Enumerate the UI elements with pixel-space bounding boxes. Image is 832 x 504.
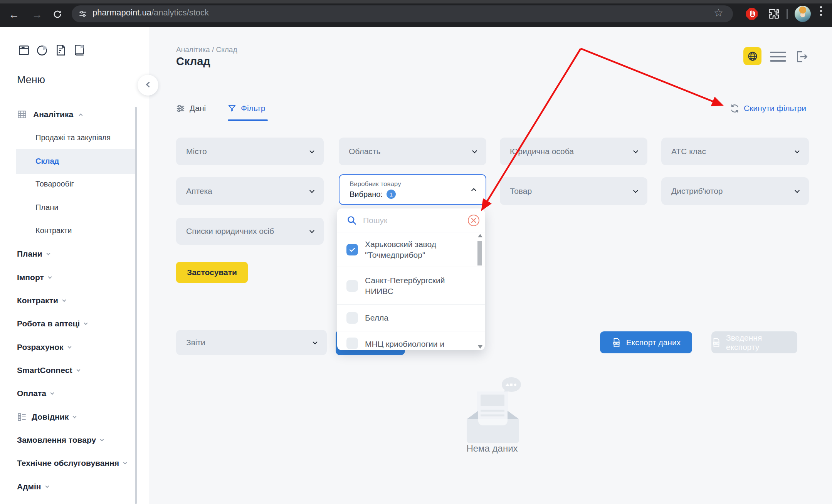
reset-label: Скинути фільтри <box>744 104 806 113</box>
xlsx-file-icon: XLSX <box>612 338 622 348</box>
region-select[interactable]: Область <box>339 138 486 165</box>
dropdown-option[interactable]: Белла <box>337 305 485 331</box>
sidebar-item-payment[interactable]: Оплата <box>17 388 54 399</box>
sidebar-item-turnover[interactable]: Товарообіг <box>35 178 74 190</box>
dropdown-search-row <box>337 208 485 232</box>
archive-box-icon[interactable] <box>17 44 30 57</box>
apply-button[interactable]: Застосувати <box>176 262 248 283</box>
search-icon <box>346 215 357 225</box>
export-data-button[interactable]: XLSX Експорт даних <box>600 331 692 353</box>
profile-avatar[interactable] <box>795 6 811 22</box>
forward-icon[interactable]: → <box>32 9 42 20</box>
chevron-down-icon <box>48 275 52 279</box>
clear-search-icon[interactable] <box>468 215 479 226</box>
empty-state-label: Нема даних <box>444 443 540 454</box>
dropdown-option[interactable]: Харьковский завод "Точмедприбор" <box>337 232 485 267</box>
sidebar-item-smartconnect[interactable]: SmartConnect <box>17 365 80 376</box>
reload-icon[interactable] <box>52 9 62 19</box>
checkbox-checked-icon[interactable] <box>346 244 358 255</box>
browser-menu-icon[interactable] <box>820 6 822 16</box>
pharmacy-select[interactable]: Аптека <box>176 177 324 205</box>
arrow-to-reset-filters <box>581 49 721 105</box>
selected-label: Вибрано: <box>350 190 383 199</box>
sidebar: Меню Аналітика Продажі та закупівля Скла… <box>0 27 149 504</box>
chevron-down-icon <box>73 414 77 418</box>
sidebar-item-contracts-sub[interactable]: Контракти <box>35 225 72 236</box>
bookmark-star-icon[interactable]: ☆ <box>714 8 723 18</box>
select-label: Місто <box>186 147 207 156</box>
chevron-down-icon <box>50 391 54 395</box>
chevron-up-icon <box>79 113 83 117</box>
sidebar-item-plans[interactable]: Плани <box>17 248 50 260</box>
reset-filters-button[interactable]: Скинути фільтри <box>729 102 806 114</box>
export-label: Експорт даних <box>626 338 681 347</box>
logout-icon[interactable] <box>794 49 808 64</box>
reports-select[interactable]: Звіти <box>176 330 327 355</box>
language-button[interactable] <box>743 47 761 65</box>
sidebar-item-stock[interactable]: Склад <box>35 155 59 167</box>
sidebar-item-label: Плани <box>17 249 42 259</box>
checkbox-unchecked-icon[interactable] <box>346 280 358 292</box>
url-text[interactable]: pharmapoint.ua/analytics/stock <box>92 8 209 18</box>
toolbar-divider <box>787 9 788 19</box>
sidebar-item-contracts[interactable]: Контракти <box>17 295 66 306</box>
producer-select-expanded[interactable]: Виробник товару Вибрано:1 <box>339 174 486 205</box>
sidebar-item-analytics[interactable]: Аналітика <box>17 109 82 120</box>
site-info-icon[interactable] <box>78 9 88 19</box>
hamburger-menu-icon[interactable] <box>770 52 786 62</box>
sliders-icon <box>176 104 185 113</box>
scroll-up-icon[interactable] <box>478 234 482 237</box>
distributor-select[interactable]: Дистриб'ютор <box>661 177 809 205</box>
chevron-down-icon <box>100 437 104 441</box>
sidebar-item-goods-order[interactable]: Замовлення товару <box>17 434 103 446</box>
scroll-down-icon[interactable] <box>478 345 482 349</box>
legal-lists-select[interactable]: Списки юридичних осіб <box>176 218 324 245</box>
sidebar-scrollbar[interactable] <box>135 107 137 504</box>
document-icon[interactable] <box>54 44 67 57</box>
atc-class-select[interactable]: АТС клас <box>661 138 809 165</box>
product-select[interactable]: Товар <box>500 177 647 205</box>
sidebar-item-admin[interactable]: Адмін <box>17 481 49 492</box>
tab-data[interactable]: Дані <box>176 102 206 114</box>
sidebar-collapse-button[interactable] <box>138 75 158 96</box>
legal-entity-select[interactable]: Юридична особа <box>500 138 647 165</box>
page-title: Склад <box>176 55 210 68</box>
export-summary-button[interactable]: XLSX Зведення експорту <box>711 331 797 353</box>
sidebar-item-label: Адмін <box>17 482 41 491</box>
sidebar-item-label: Замовлення товару <box>17 435 96 445</box>
funnel-icon <box>228 104 236 113</box>
dropdown-scrollbar[interactable] <box>477 234 483 349</box>
dropdown-option[interactable]: МНЦ криобиологии и <box>337 331 485 350</box>
sidebar-item-pharmacy-work[interactable]: Робота в аптеці <box>17 318 87 329</box>
book-icon[interactable] <box>73 44 86 57</box>
chevron-down-icon <box>46 251 50 255</box>
scrollbar-thumb[interactable] <box>477 241 482 265</box>
extensions-puzzle-icon[interactable] <box>768 8 779 20</box>
back-icon[interactable]: ← <box>8 9 19 20</box>
sidebar-item-sales[interactable]: Продажі та закупівля <box>35 132 111 143</box>
sidebar-item-maintenance[interactable]: Технічне обслуговування <box>17 457 126 469</box>
chevron-down-icon <box>62 298 66 302</box>
svg-text:XLSX: XLSX <box>613 342 619 344</box>
chevron-down-icon <box>84 321 88 325</box>
adblock-extension-icon[interactable] <box>745 7 758 20</box>
dropdown-option[interactable]: Санкт-Петербургский НИИВС <box>337 267 485 305</box>
xlsx-file-icon: XLSX <box>711 338 721 348</box>
globe-icon <box>747 51 758 62</box>
list-icon <box>17 412 27 422</box>
checkbox-unchecked-icon[interactable] <box>346 312 358 324</box>
select-label: Списки юридичних осіб <box>186 227 274 236</box>
tab-label: Фільтр <box>241 104 265 113</box>
sidebar-item-plans-sub[interactable]: Плани <box>35 202 58 213</box>
chevron-down-icon <box>309 188 314 193</box>
checkbox-unchecked-icon[interactable] <box>346 338 358 349</box>
tab-filter[interactable]: Фільтр <box>228 102 265 114</box>
option-label: Харьковский завод "Точмедприбор" <box>365 239 457 260</box>
city-select[interactable]: Місто <box>176 138 324 165</box>
search-input[interactable] <box>363 216 448 225</box>
sidebar-item-import[interactable]: Імпорт <box>17 272 51 283</box>
sidebar-item-calculation[interactable]: Розрахунок <box>17 341 71 353</box>
sidebar-item-directory[interactable]: Довідник <box>17 411 76 423</box>
pie-chart-icon[interactable] <box>36 44 49 57</box>
option-label: Санкт-Петербургский НИИВС <box>365 275 457 297</box>
